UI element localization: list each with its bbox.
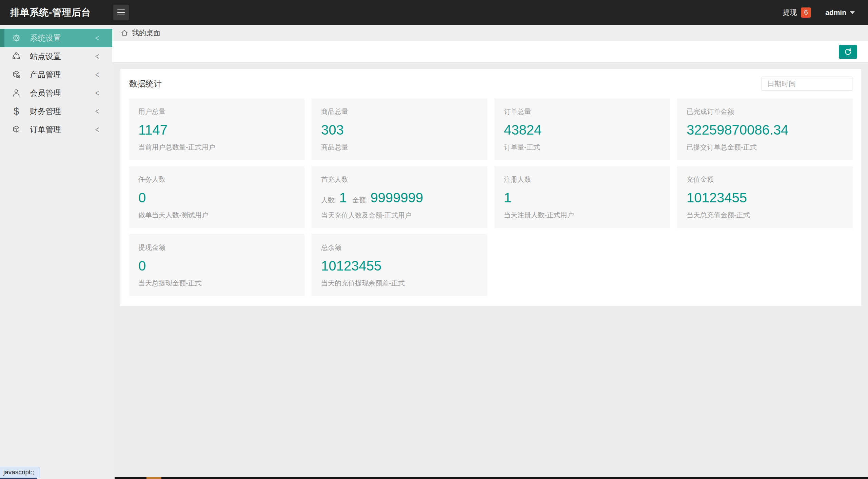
sidebar-item-member-management[interactable]: 会员管理 < bbox=[0, 84, 112, 102]
stat-card-title: 已完成订单金额 bbox=[687, 107, 843, 116]
toolbar bbox=[112, 41, 868, 63]
stat-card-title: 用户总量 bbox=[138, 107, 295, 116]
stat-card: 注册人数 1 当天注册人数-正式用户 bbox=[494, 166, 670, 228]
stat-card-title: 提现金额 bbox=[138, 243, 295, 252]
withdraw-link[interactable]: 提现 bbox=[783, 8, 797, 17]
stat-pair-label: 金额: bbox=[352, 196, 368, 205]
refresh-icon bbox=[844, 47, 852, 56]
stat-card: 首充人数 人数:1金额:9999999 当天充值人数及金额-正式用户 bbox=[312, 166, 487, 228]
stats-panel: 数据统计 用户总量 1147 当前用户总数量-正式用户 商品总量 303 商品总… bbox=[120, 69, 861, 306]
home-icon bbox=[120, 29, 129, 37]
stat-card-value: 43824 bbox=[504, 123, 660, 137]
stat-card-caption: 订单量-正式 bbox=[504, 143, 660, 152]
chevron-left-icon: < bbox=[95, 51, 99, 61]
stat-card-caption: 当天总充值金额-正式 bbox=[687, 211, 843, 220]
stat-card-value: 1147 bbox=[138, 123, 295, 137]
taskbar-segment-orange bbox=[146, 477, 161, 479]
stat-card: 订单总量 43824 订单量-正式 bbox=[494, 98, 670, 160]
stat-pair-label: 人数: bbox=[321, 196, 337, 205]
stat-card-value: 10123455 bbox=[321, 259, 478, 273]
panel-header: 数据统计 bbox=[120, 69, 861, 98]
stat-card-value: 1 bbox=[504, 191, 660, 204]
panel-title: 数据统计 bbox=[129, 78, 162, 89]
stat-card-title: 注册人数 bbox=[504, 175, 660, 184]
sidebar-item-finance-management[interactable]: $ 财务管理 < bbox=[0, 102, 112, 120]
caret-down-icon bbox=[850, 11, 855, 14]
sidebar-item-label: 订单管理 bbox=[30, 124, 61, 135]
dollar-icon: $ bbox=[11, 106, 21, 116]
refresh-button[interactable] bbox=[839, 45, 857, 59]
breadcrumb: 我的桌面 bbox=[112, 25, 868, 41]
stat-card-caption: 商品总量 bbox=[321, 143, 478, 152]
stat-card-title: 首充人数 bbox=[321, 175, 478, 184]
chevron-left-icon: < bbox=[95, 69, 99, 80]
stat-card-caption: 当天的充值提现余额差-正式 bbox=[321, 279, 478, 288]
stat-card-value: 0 bbox=[138, 259, 295, 273]
user-menu[interactable]: admin bbox=[825, 8, 855, 17]
sidebar-item-system-settings[interactable]: 系统设置 < bbox=[0, 29, 112, 47]
sidebar-toggle-button[interactable] bbox=[113, 5, 129, 20]
stat-card: 用户总量 1147 当前用户总数量-正式用户 bbox=[129, 98, 304, 160]
chevron-left-icon: < bbox=[95, 33, 99, 43]
taskbar-segment-dark bbox=[115, 477, 868, 479]
stat-card-caption: 当天总提现金额-正式 bbox=[138, 279, 295, 288]
stat-card-title: 充值金额 bbox=[687, 175, 843, 184]
stat-card-pairs: 人数:1金额:9999999 bbox=[321, 191, 478, 205]
stat-card-value: 32259870086.34 bbox=[687, 123, 843, 137]
header-right: 提现 6 admin bbox=[783, 7, 868, 18]
stat-card: 充值金额 10123455 当天总充值金额-正式 bbox=[677, 166, 853, 228]
stat-card-title: 订单总量 bbox=[504, 107, 660, 116]
sidebar-nav: 系统设置 < 站点设置 < 产品管理 < 会员管理 < $ 财务管理 < 订单管… bbox=[0, 25, 112, 479]
breadcrumb-label[interactable]: 我的桌面 bbox=[132, 28, 160, 38]
stat-card-title: 总余额 bbox=[321, 243, 478, 252]
chevron-left-icon: < bbox=[95, 106, 99, 116]
site-icon bbox=[11, 51, 21, 61]
sidebar-item-product-management[interactable]: 产品管理 < bbox=[0, 65, 112, 84]
username-label: admin bbox=[825, 8, 846, 17]
stat-card-title: 商品总量 bbox=[321, 107, 478, 116]
chevron-left-icon: < bbox=[95, 87, 99, 98]
stat-card: 提现金额 0 当天总提现金额-正式 bbox=[129, 234, 304, 296]
date-input[interactable] bbox=[762, 77, 852, 91]
sidebar-item-order-management[interactable]: 订单管理 < bbox=[0, 120, 112, 139]
status-bar-link-preview: javascript:; bbox=[0, 467, 40, 478]
stat-card-value: 10123455 bbox=[687, 191, 843, 204]
product-icon bbox=[11, 69, 21, 80]
top-header: 排单系统-管理后台 提现 6 admin bbox=[0, 0, 868, 25]
stat-pair-value: 1 bbox=[339, 191, 347, 204]
stat-card-value: 0 bbox=[138, 191, 295, 204]
gear-icon bbox=[11, 33, 21, 43]
sidebar-item-label: 系统设置 bbox=[30, 33, 61, 43]
sidebar-item-site-settings[interactable]: 站点设置 < bbox=[0, 47, 112, 65]
sidebar-item-label: 财务管理 bbox=[30, 106, 61, 117]
package-icon bbox=[11, 124, 21, 135]
taskbar-strip bbox=[0, 477, 868, 479]
stat-card-caption: 做单当天人数-测试用户 bbox=[138, 211, 295, 220]
sidebar-item-label: 会员管理 bbox=[30, 88, 61, 98]
withdraw-count-badge[interactable]: 6 bbox=[801, 7, 811, 18]
stat-card-caption: 已提交订单总金额-正式 bbox=[687, 143, 843, 152]
stats-grid: 用户总量 1147 当前用户总数量-正式用户 商品总量 303 商品总量 订单总… bbox=[120, 98, 861, 296]
stat-card: 任务人数 0 做单当天人数-测试用户 bbox=[129, 166, 304, 228]
app-title: 排单系统-管理后台 bbox=[0, 6, 108, 19]
chevron-left-icon: < bbox=[95, 124, 99, 135]
stat-card-value: 303 bbox=[321, 123, 478, 137]
stat-card: 已完成订单金额 32259870086.34 已提交订单总金额-正式 bbox=[677, 98, 853, 160]
main-content: 我的桌面 数据统计 用户总量 1147 当前用户总数量-正式用户 商品总量 30… bbox=[112, 25, 868, 479]
sidebar-item-label: 产品管理 bbox=[30, 69, 61, 80]
stat-card: 商品总量 303 商品总量 bbox=[312, 98, 487, 160]
stat-card-caption: 当天充值人数及金额-正式用户 bbox=[321, 211, 478, 220]
sidebar-item-label: 站点设置 bbox=[30, 51, 61, 62]
stat-pair-value: 9999999 bbox=[370, 191, 423, 204]
stat-card-title: 任务人数 bbox=[138, 175, 295, 184]
stat-card-caption: 当前用户总数量-正式用户 bbox=[138, 143, 295, 152]
stat-card: 总余额 10123455 当天的充值提现余额差-正式 bbox=[312, 234, 487, 296]
stat-card-caption: 当天注册人数-正式用户 bbox=[504, 211, 660, 220]
member-icon bbox=[11, 88, 21, 98]
